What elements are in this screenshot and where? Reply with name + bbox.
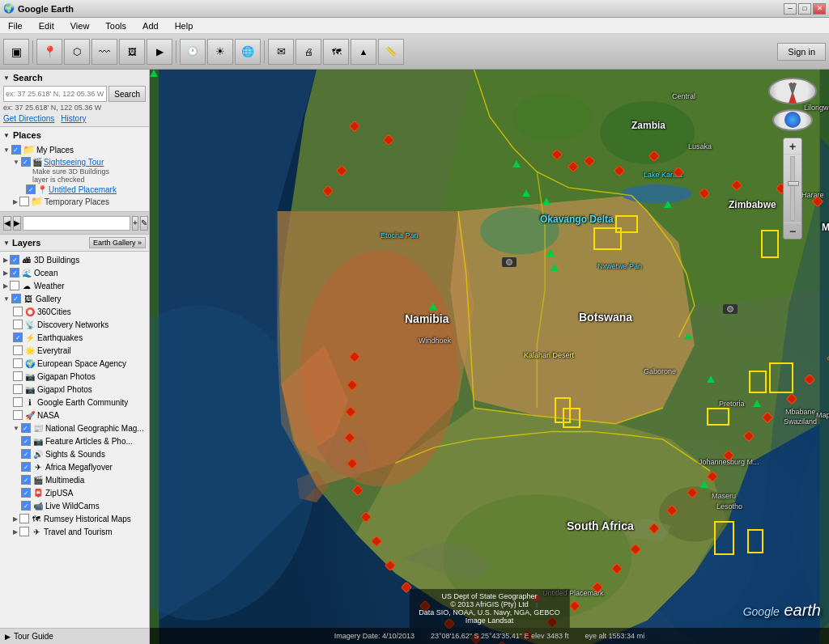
email-button[interactable]: ✉ [268,39,294,65]
checkbox-gigapan[interactable] [13,371,23,381]
sightseeing-tour-label[interactable]: Sightseeing Tour [44,158,104,167]
checkbox-my-places[interactable]: ✓ [11,145,21,155]
layer-item-zipusa[interactable]: ✓ 📮 ZipUSA [3,486,146,499]
zoom-out-button[interactable]: − [784,222,801,239]
checkbox-multimedia[interactable]: ✓ [21,475,31,485]
google-maps-button[interactable]: 🗺 [323,39,349,65]
checkbox-untitled[interactable]: ✓ [26,184,36,194]
print-button[interactable]: 🖨 [295,39,321,65]
search-input[interactable] [3,86,107,102]
checkbox-weather[interactable] [10,281,19,290]
layers-title-row[interactable]: ▼ Layers [3,238,40,248]
toggle-sidebar-button[interactable]: ▣ [3,39,29,65]
layer-item-360cities[interactable]: ⭕ 360Cities [3,305,146,318]
measure-button[interactable]: 📏 [378,39,404,65]
maximize-button[interactable]: □ [798,3,811,15]
zoom-track[interactable] [790,156,795,221]
checkbox-natgeo[interactable]: ✓ [21,423,31,433]
checkbox-360[interactable] [13,307,23,316]
layer-item-earthquakes[interactable]: ✓ ⚡ Earthquakes [3,331,146,344]
add-overlay-button[interactable]: 🖼 [119,39,145,65]
layer-item-wildcams[interactable]: ✓ 📹 Live WildCams [3,499,146,512]
signin-button[interactable]: Sign in [777,43,826,61]
checkbox-earthquakes[interactable]: ✓ [13,333,23,342]
search-header[interactable]: ▼ Search [3,73,146,83]
sun-button[interactable]: ☀ [207,39,233,65]
layer-item-3d-buildings[interactable]: ▶ ✓ 🏙 3D Buildings [3,253,146,266]
layer-item-everytrail[interactable]: 🌟 Everytrail [3,344,146,357]
layer-item-sights[interactable]: ✓ 🔊 Sights & Sounds [3,447,146,460]
add-placemark-button[interactable]: 📍 [36,39,62,65]
layer-item-gigapxl[interactable]: 📷 Gigapxl Photos [3,383,146,396]
places-header[interactable]: ▼ Places [3,130,146,140]
checkbox-rumsey[interactable] [19,514,29,523]
layer-item-rumsey[interactable]: ▶ 🗺 Rumsey Historical Maps [3,512,146,525]
layer-item-nasa[interactable]: 🚀 NASA [3,409,146,422]
checkbox-zipusa[interactable]: ✓ [21,488,31,498]
add-item-button[interactable]: ✎ [140,216,148,231]
checkbox-gallery[interactable]: ✓ [11,294,21,303]
layer-item-gec[interactable]: ℹ Google Earth Community [3,396,146,409]
layer-item-esa[interactable]: 🌍 European Space Agency [3,357,146,370]
tour-guide-bar[interactable]: ▶ Tour Guide [0,628,150,644]
checkbox-sightseeing[interactable]: ✓ [21,157,31,167]
zoom-control[interactable]: + − [783,138,802,239]
layer-item-weather[interactable]: ▶ ☁ Weather [3,279,146,292]
earth-gallery-button[interactable]: Earth Gallery » [89,237,146,248]
layer-item-travel[interactable]: ▶ ✈ Travel and Tourism [3,525,146,538]
drive-button[interactable]: ▲ [351,39,376,65]
menu-view[interactable]: View [66,19,95,32]
layer-item-multimedia[interactable]: ✓ 🎬 Multimedia [3,473,146,486]
checkbox-nasa[interactable] [13,410,23,420]
checkbox-esa[interactable] [13,358,23,368]
untitled-placemark-label[interactable]: Untitled Placemark [49,185,117,194]
minimize-button[interactable]: ─ [784,3,797,15]
checkbox-africa[interactable]: ✓ [21,462,31,472]
menu-tools[interactable]: Tools [100,19,131,32]
forward-button[interactable]: ▶ [13,216,21,231]
tree-item-untitled-placemark[interactable]: ✓ 📍 Untitled Placemark [3,184,146,195]
map-area[interactable]: Central Eastern Lilongwe Zambia Lusaka L… [150,70,829,644]
compass-ring[interactable]: N [768,78,817,104]
get-directions-link[interactable]: Get Directions [3,114,54,123]
add-path-button[interactable]: 〰 [91,39,117,65]
layer-item-ocean[interactable]: ▶ ✓ 🌊 Ocean [3,266,146,279]
planets-button[interactable]: 🌐 [235,39,261,65]
menu-file[interactable]: File [3,19,28,32]
menu-edit[interactable]: Edit [34,19,59,32]
checkbox-feature[interactable]: ✓ [21,436,31,446]
layer-item-feature[interactable]: ✓ 📷 Feature Articles & Pho... [3,434,146,447]
checkbox-temporary[interactable] [19,197,29,206]
nav-input[interactable] [23,216,130,231]
tree-item-my-places[interactable]: ▼ ✓ 📁 My Places [3,143,146,156]
navigation-compass[interactable]: N + − [764,78,821,239]
checkbox-sights[interactable]: ✓ [21,449,31,459]
add-polygon-button[interactable]: ⬡ [64,39,90,65]
checkbox-everytrail[interactable] [13,345,23,355]
back-button[interactable]: ◀ [3,216,11,231]
tree-item-temporary[interactable]: ▶ 📁 Temporary Places [3,195,146,208]
menu-add[interactable]: Add [138,19,164,32]
tree-item-sightseeing[interactable]: ▼ ✓ 🎬 Sightseeing Tour [3,156,146,167]
menu-help[interactable]: Help [170,19,198,32]
checkbox-gigapxl[interactable] [13,384,23,394]
historical-imagery-button[interactable]: 🕐 [180,39,206,65]
temporary-places-label[interactable]: Temporary Places [45,197,109,206]
checkbox-wildcams[interactable]: ✓ [21,501,31,511]
close-button[interactable]: ✕ [813,3,826,15]
layer-item-gigapan[interactable]: 📷 Gigapan Photos [3,370,146,383]
layer-item-gallery[interactable]: ▼ ✓ 🖼 Gallery [3,292,146,305]
search-button[interactable]: Search [108,86,146,102]
untitled-placemark-pin[interactable]: 📍 [529,594,545,609]
layer-item-discovery[interactable]: 📡 Discovery Networks [3,318,146,331]
checkbox-ocean[interactable]: ✓ [10,268,19,278]
layer-item-natgeo[interactable]: ▼ ✓ 📰 National Geographic Mag... [3,422,146,434]
tilt-ring[interactable] [772,109,813,131]
checkbox-3d[interactable]: ✓ [10,255,19,265]
zoom-in-button[interactable]: + [784,138,801,155]
record-tour-button[interactable]: ▶ [147,39,172,65]
checkbox-gec[interactable] [13,397,23,407]
history-link[interactable]: History [61,114,86,123]
add-folder-button[interactable]: + [132,216,138,231]
checkbox-travel[interactable] [19,527,29,536]
